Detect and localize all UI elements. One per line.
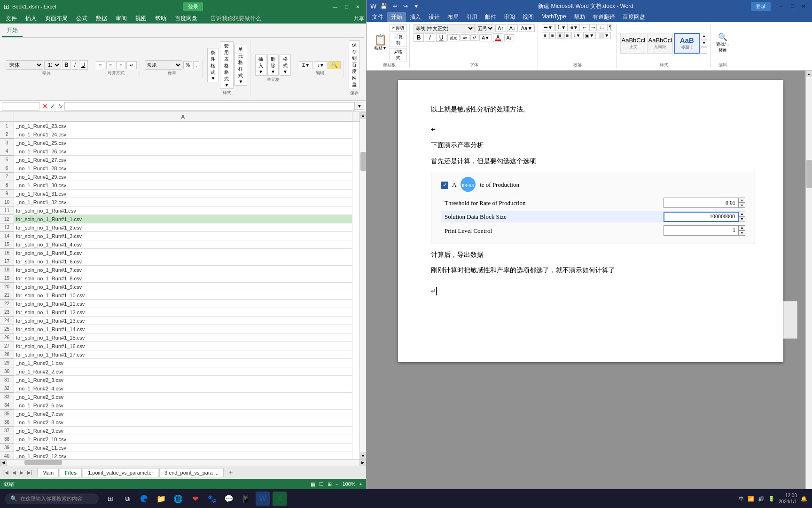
table-row[interactable]: 2_no_1_Run#1_24.csv bbox=[0, 130, 359, 139]
word-threshold-value[interactable]: 0.01 bbox=[664, 198, 739, 208]
cell-a[interactable]: _no_1_Run#2_8.csv bbox=[14, 418, 352, 427]
word-menu-design[interactable]: 设计 bbox=[425, 12, 444, 22]
cell-a[interactable]: _no_1_Run#1_27.csv bbox=[14, 156, 352, 164]
word-align-left[interactable]: ≡ bbox=[542, 32, 548, 39]
word-menu-home[interactable]: 开始 bbox=[387, 12, 406, 22]
excel-align-left[interactable]: ≡ bbox=[96, 61, 105, 69]
excel-tab-prev[interactable]: ◀ bbox=[11, 469, 17, 476]
table-row[interactable]: 20for_soln_no_1_Run#1_9.csv bbox=[0, 283, 359, 291]
word-menu-mathtype[interactable]: MathType bbox=[538, 12, 570, 22]
word-highlight[interactable]: A▼ bbox=[479, 34, 492, 41]
table-row[interactable]: 8_no_1_Run#1_30.csv bbox=[0, 181, 359, 190]
word-styles-more[interactable]: ... bbox=[701, 47, 707, 54]
excel-scroll-left[interactable]: ◀ bbox=[0, 460, 7, 466]
word-menu-review[interactable]: 审阅 bbox=[500, 12, 519, 22]
word-clear-format[interactable]: Aa▼ bbox=[519, 24, 535, 32]
word-menu-insert[interactable]: 插入 bbox=[406, 12, 425, 22]
word-print-down[interactable]: ▼ bbox=[739, 230, 745, 236]
word-menu-layout[interactable]: 布局 bbox=[444, 12, 462, 22]
excel-comma-btn[interactable]: , bbox=[193, 61, 199, 69]
cell-a[interactable]: _no_1_Run#2_1.csv bbox=[14, 359, 352, 367]
word-borders[interactable]: ⬜▼ bbox=[597, 32, 611, 39]
taskbar-start[interactable]: ⊞ bbox=[103, 492, 117, 506]
word-qat-redo[interactable]: ↪ bbox=[401, 2, 410, 10]
word-scroll-track[interactable] bbox=[806, 77, 812, 491]
cell-a[interactable]: for_soln_no_1_Run#1_16.csv bbox=[14, 342, 352, 350]
excel-sheet-main[interactable]: Main bbox=[37, 468, 59, 477]
word-superscript[interactable]: x² bbox=[470, 34, 479, 41]
table-row[interactable]: 35_no_1_Run#2_7.csv bbox=[0, 410, 359, 418]
word-scroll-thumb[interactable] bbox=[806, 160, 812, 188]
word-align-justify[interactable]: ≡ bbox=[557, 32, 563, 39]
excel-align-center[interactable]: ≡ bbox=[106, 61, 116, 69]
word-qat-undo[interactable]: ↩ bbox=[391, 2, 399, 10]
excel-scroll-track[interactable] bbox=[360, 119, 366, 452]
excel-cell-name-box[interactable] bbox=[2, 102, 39, 111]
excel-scroll-track-h[interactable] bbox=[7, 460, 359, 466]
word-subscript[interactable]: x₂ bbox=[461, 34, 469, 41]
taskbar-volume[interactable]: 🔊 bbox=[758, 496, 765, 502]
excel-menu-insert[interactable]: 插入 bbox=[22, 14, 40, 24]
excel-scroll-thumb-h[interactable] bbox=[24, 460, 62, 465]
table-row[interactable]: 26for_soln_no_1_Run#1_15.csv bbox=[0, 333, 359, 342]
word-align-center[interactable]: ≡ bbox=[549, 32, 556, 39]
word-solution-down[interactable]: ▼ bbox=[739, 217, 745, 222]
excel-insert-btn[interactable]: 插入▼ bbox=[255, 55, 266, 76]
word-solution-spinner[interactable]: ▲ ▼ bbox=[739, 212, 745, 222]
taskbar-taskview[interactable]: ⧉ bbox=[120, 492, 134, 506]
word-menu-help[interactable]: 帮助 bbox=[570, 12, 589, 22]
taskbar-excel-app[interactable]: X bbox=[273, 492, 287, 506]
word-find-button[interactable]: 🔍 查找与 替换 bbox=[714, 32, 731, 55]
taskbar-notification[interactable]: 🔔 bbox=[801, 496, 807, 502]
excel-view-layout[interactable]: ☐ bbox=[319, 481, 324, 487]
table-row[interactable]: 7_no_1_Run#1_29.csv bbox=[0, 173, 359, 181]
taskbar-file-explorer[interactable]: 📁 bbox=[154, 492, 168, 506]
cell-a[interactable]: _no_1_Run#2_9.csv bbox=[14, 427, 352, 435]
excel-save-baidu[interactable]: 保存到百度网盘 bbox=[349, 40, 360, 89]
cell-a[interactable]: for_soln_no_1_Run#1_9.csv bbox=[14, 283, 352, 291]
table-row[interactable]: 13for_soln_no_1_Run#1_2.csv bbox=[0, 223, 359, 232]
excel-tab-next[interactable]: ▶ bbox=[18, 469, 25, 476]
word-menu-baidu[interactable]: 百度网盘 bbox=[619, 12, 649, 22]
word-threshold-down[interactable]: ▼ bbox=[739, 203, 745, 208]
excel-cell-styles[interactable]: 单元格样式▼ bbox=[234, 45, 247, 86]
cell-a[interactable]: for_soln_no_1_Run#1_6.csv bbox=[14, 257, 352, 266]
word-shrink-font[interactable]: A↓ bbox=[507, 24, 518, 32]
table-row[interactable]: 23for_soln_no_1_Run#1_12.csv bbox=[0, 308, 359, 317]
excel-conditional-format[interactable]: 条件格式▼ bbox=[207, 48, 219, 82]
word-solution-value[interactable]: 100000000 bbox=[664, 212, 739, 222]
taskbar-app2[interactable]: 🐾 bbox=[205, 492, 219, 506]
excel-menu-data[interactable]: 数据 bbox=[92, 14, 111, 24]
cell-a[interactable]: _no_1_Run#2_7.csv bbox=[14, 410, 352, 418]
excel-table-format[interactable]: 套用表格格式▼ bbox=[220, 41, 234, 89]
excel-sheet-3end[interactable]: 3.end_point_vs_para ... bbox=[159, 468, 224, 477]
taskbar-network[interactable]: 📶 bbox=[748, 496, 754, 502]
excel-scrollbar-v[interactable]: ▲ ▼ bbox=[359, 112, 366, 459]
excel-fill-btn[interactable]: ↓▼ bbox=[314, 61, 328, 69]
excel-delete-btn[interactable]: 删除▼ bbox=[267, 55, 279, 76]
word-grow-font[interactable]: A↑ bbox=[495, 24, 506, 32]
word-style-normal[interactable]: AaBbCcl正文 bbox=[620, 33, 646, 54]
table-row[interactable]: 9_no_1_Run#1_31.csv bbox=[0, 190, 359, 198]
word-copy-button[interactable]: 📄复制 bbox=[390, 33, 406, 47]
cell-a[interactable]: for_soln_no_1_Run#1_12.csv bbox=[14, 308, 352, 317]
table-row[interactable]: 28for_soln_no_1_Run#1_17.csv bbox=[0, 350, 359, 359]
excel-cancel-icon[interactable]: ✕ bbox=[42, 103, 48, 110]
excel-underline-button[interactable]: U bbox=[79, 60, 88, 70]
cell-a[interactable]: for_soln_no_1_Run#1_3.csv bbox=[14, 232, 352, 240]
excel-scroll-right[interactable]: ▶ bbox=[359, 460, 366, 466]
word-fontsize-selector[interactable]: 五号 bbox=[476, 24, 494, 32]
table-row[interactable]: 10_no_1_Run#1_32.csv bbox=[0, 198, 359, 206]
excel-bold-button[interactable]: B bbox=[62, 60, 71, 70]
word-qat-save[interactable]: 💾 bbox=[378, 2, 389, 10]
cell-a[interactable]: for_soln_no_1_Run#1.csv bbox=[14, 206, 352, 215]
word-underline-button[interactable]: U bbox=[436, 33, 446, 42]
word-multilevel[interactable]: ≡▼ bbox=[569, 24, 580, 31]
excel-number-format[interactable]: 常规 bbox=[145, 60, 182, 70]
word-align-right[interactable]: ≡ bbox=[564, 32, 571, 39]
excel-close-button[interactable]: ✕ bbox=[353, 3, 362, 10]
excel-minimize-button[interactable]: — bbox=[330, 3, 340, 10]
excel-confirm-icon[interactable]: ✓ bbox=[50, 103, 55, 110]
excel-sheet-1point[interactable]: 1.point_value_vs_parameter bbox=[83, 468, 158, 477]
word-scrollbar-v[interactable]: ▲ ▼ bbox=[805, 71, 812, 498]
